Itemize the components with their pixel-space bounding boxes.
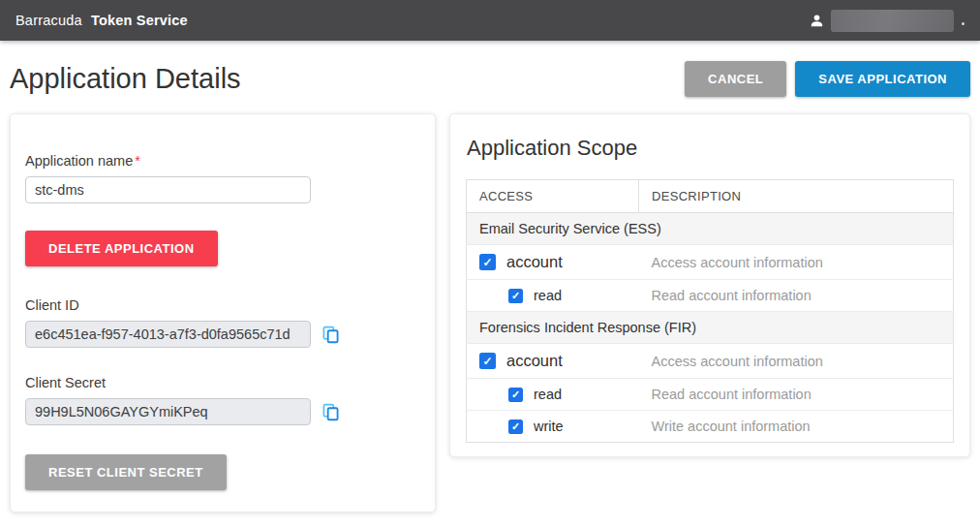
scope-row: ✓ read Read account information [467, 379, 954, 411]
copy-icon [322, 332, 339, 347]
client-secret-row [25, 398, 420, 425]
scope-description: Write account information [639, 411, 954, 443]
topbar: Barracuda Token Service [0, 0, 980, 41]
scope-checkbox[interactable]: ✓ [479, 254, 496, 270]
page-title: Application Details [10, 63, 241, 95]
scope-access-cell: ✓ read [467, 280, 639, 312]
scope-table-head: ACCESS DESCRIPTION [467, 180, 954, 213]
scope-description: Read account information [639, 379, 954, 411]
copy-client-secret-button[interactable] [322, 403, 339, 421]
scope-access-cell: ✓ account [467, 245, 639, 280]
page-header: Application Details CANCEL SAVE APPLICAT… [0, 41, 980, 113]
cancel-button[interactable]: CANCEL [685, 61, 786, 97]
scope-checkbox[interactable]: ✓ [479, 353, 496, 369]
scope-access-label: account [506, 352, 563, 370]
reset-client-secret-button[interactable]: RESET CLIENT SECRET [25, 454, 227, 490]
user-name-dot [962, 22, 965, 25]
scope-description: Access account information [639, 344, 954, 379]
scope-group-label: Forensics Incident Response (FIR) [467, 312, 954, 344]
scope-access-label: write [534, 419, 564, 434]
user-menu[interactable] [809, 10, 965, 32]
scope-row: ✓ read Read account information [467, 280, 954, 312]
scope-description: Read account information [639, 280, 954, 312]
client-id-label: Client ID [25, 297, 420, 313]
application-details-card: Application name* DELETE APPLICATION Cli… [10, 113, 436, 512]
user-icon [809, 13, 825, 29]
copy-icon [322, 410, 339, 424]
scope-table: ACCESS DESCRIPTION Email Security Servic… [466, 179, 954, 443]
brand-product-name: Token Service [91, 13, 188, 28]
brand-name: Barracuda [15, 13, 82, 28]
scope-row: ✓ account Access account information [467, 344, 954, 379]
scope-group-row: Forensics Incident Response (FIR) [467, 312, 954, 344]
application-scope-card: Application Scope ACCESS DESCRIPTION Ema… [449, 113, 970, 457]
scope-group-label: Email Security Service (ESS) [467, 213, 954, 245]
scope-access-label: account [506, 253, 563, 271]
user-name-redacted [831, 10, 954, 32]
copy-client-id-button[interactable] [322, 326, 339, 344]
scope-row: ✓ account Access account information [467, 245, 954, 280]
scope-access-cell: ✓ read [467, 379, 639, 411]
client-id-field [25, 321, 311, 348]
application-name-label-text: Application name [25, 153, 133, 169]
brand: Barracuda Token Service [15, 13, 188, 28]
scope-table-body: Email Security Service (ESS) ✓ account A… [467, 213, 954, 443]
application-name-input[interactable] [25, 176, 311, 203]
column-header-description: DESCRIPTION [639, 180, 954, 213]
scope-access-label: read [534, 387, 562, 402]
scope-checkbox[interactable]: ✓ [508, 419, 523, 434]
client-id-row [25, 321, 420, 348]
client-secret-label: Client Secret [25, 375, 420, 390]
scope-checkbox[interactable]: ✓ [508, 388, 523, 402]
header-buttons: CANCEL SAVE APPLICATION [685, 61, 970, 97]
scope-row: ✓ write Write account information [467, 411, 954, 443]
client-secret-field [25, 398, 311, 425]
required-asterisk: * [135, 153, 140, 169]
content: Application name* DELETE APPLICATION Cli… [0, 113, 980, 512]
delete-application-button[interactable]: DELETE APPLICATION [25, 231, 218, 266]
scope-access-cell: ✓ write [467, 411, 639, 443]
scope-card-title: Application Scope [467, 136, 954, 161]
column-header-access: ACCESS [467, 180, 639, 213]
scope-checkbox[interactable]: ✓ [508, 289, 523, 303]
scope-access-cell: ✓ account [467, 344, 639, 379]
save-application-button[interactable]: SAVE APPLICATION [795, 61, 970, 97]
scope-group-row: Email Security Service (ESS) [467, 213, 954, 245]
scope-access-label: read [534, 288, 562, 303]
scope-description: Access account information [639, 245, 954, 280]
application-name-label: Application name* [25, 153, 420, 169]
